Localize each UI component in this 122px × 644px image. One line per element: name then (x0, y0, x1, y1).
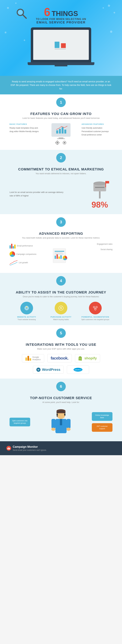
svg-rect-63 (57, 416, 58, 417)
section2-number-area: 2 (0, 150, 122, 162)
section5-number: 5 (56, 328, 66, 338)
svg-line-49 (94, 308, 95, 308)
report-document-icon (51, 248, 71, 264)
svg-rect-23 (55, 142, 56, 143)
segmentation-desc: Split customers into targeted groups (80, 318, 111, 320)
svg-rect-31 (105, 181, 106, 187)
facebook-text: facebook. (51, 356, 68, 361)
section6-title: TOP-NOTCH CUSTOMER SERVICE (10, 396, 112, 400)
hero-laptop (31, 28, 91, 62)
section5-number-area: 5 (0, 325, 122, 338)
advanced-features-items: User-friendly automation Personalized cu… (82, 126, 112, 137)
section6-number: 6 (56, 382, 66, 391)
svg-rect-34 (55, 251, 64, 252)
svg-point-46 (93, 306, 95, 308)
svg-text:S: S (80, 358, 80, 360)
section4-number-area: 4 (0, 273, 122, 286)
hero-subtitle2: EMAIL SERVICE PROVIDER (37, 20, 86, 24)
footer-brand: Campaign Monitor (13, 445, 47, 448)
svg-rect-62 (64, 414, 65, 416)
svg-rect-39 (58, 256, 60, 259)
wordpress-logo: W WordPress (33, 366, 64, 374)
svg-point-1 (15, 2, 17, 4)
cs-feature-2: Online knowledge base (92, 412, 112, 421)
website-activity-item: WEBSITE ACTIVITY Track website browsing (11, 302, 42, 320)
svg-rect-61 (57, 414, 58, 416)
hero-number: 6 (44, 6, 50, 18)
intro-section: Ready to send amazing emails to engaged … (0, 76, 122, 94)
section3-subtitle: You need both holistic and granular data… (10, 237, 112, 239)
svg-rect-37 (55, 256, 56, 259)
salesforce-logo: salesforce (67, 366, 89, 374)
integrations-grid: Google Analytics facebook. S shopify W W… (10, 354, 112, 374)
svg-rect-17 (62, 127, 64, 134)
list-growth-label: List growth (19, 262, 28, 264)
section3-number-area: 3 (0, 214, 122, 227)
purchase-activity-icon: $ (55, 302, 67, 314)
svg-rect-32 (106, 181, 109, 184)
reporting-item-3: List growth (10, 260, 50, 265)
svg-rect-38 (57, 254, 58, 259)
reporting-right: Engagement rates Social sharing (72, 243, 112, 268)
customer-service-person (49, 407, 73, 436)
section4-number: 4 (56, 276, 66, 286)
cs-feature-3: 24/7 customer support (92, 423, 112, 432)
cs-right-features: Online knowledge base 24/7 customer supp… (89, 412, 112, 432)
segmentation-label: POWERFUL SEGMENTATION (80, 316, 111, 318)
section2-title: COMMITMENT TO ETHICAL EMAIL MARKETING (10, 167, 112, 171)
svg-point-66 (51, 428, 55, 431)
ga-bars-icon (25, 356, 31, 361)
section2-number: 2 (56, 153, 66, 162)
facebook-logo: facebook. (47, 354, 72, 362)
svg-rect-22 (57, 144, 58, 145)
campaign-comp-label: Campaign comparisons (16, 253, 36, 255)
commitment-content: Look for an email service provider with … (10, 179, 112, 210)
cm-logo-icon (6, 446, 11, 450)
cs-left-features: Split customers into targeted groups (10, 418, 33, 426)
email-perf-chart (10, 243, 16, 248)
footer-logo: Campaign Monitor Send email your custome… (6, 445, 47, 451)
svg-rect-35 (55, 252, 63, 253)
advanced-features-col: ADVANCED FEATURES User-friendly automati… (82, 123, 112, 137)
basic-features-items: Ready-made templates Drop-and-drag edito… (10, 126, 40, 133)
basic-features-title: BASIC FEATURES (10, 123, 40, 125)
commitment-text: Look for an email service provider with … (10, 190, 66, 198)
campaign-pie-chart (10, 251, 15, 257)
shopify-text: shopify (84, 356, 97, 360)
cm-icon (7, 447, 10, 450)
features-grid: BASIC FEATURES Ready-made templates Drop… (10, 123, 112, 145)
advanced-features-title: ADVANCED FEATURES (82, 123, 112, 125)
svg-line-9 (23, 14, 26, 18)
section2-subtitle: You want emails delivered to inboxes, no… (10, 172, 112, 175)
google-analytics-label: Google (32, 356, 41, 358)
website-activity-desc: Track website browsing (11, 318, 42, 320)
svg-point-26 (64, 142, 65, 144)
basic-features-col: BASIC FEATURES Ready-made templates Drop… (10, 123, 40, 133)
website-activity-icon (20, 302, 33, 314)
section3-title: ADVANCED REPORTING (10, 232, 112, 236)
analytics-label: Analytics (32, 358, 41, 361)
section5-title: INTEGRATIONS WITH TOOLS YOU USE (10, 342, 112, 347)
hero-subtitle1: TO LOOK FOR WHEN SELECTING AN (36, 18, 86, 20)
engagement-rates-item: Engagement rates (72, 243, 112, 245)
svg-rect-15 (56, 130, 58, 134)
purchase-activity-item: $ PURCHASE ACTIVITY Watch buying habits (46, 302, 76, 320)
purchase-activity-desc: Watch buying habits (46, 318, 76, 320)
section1-subtitle: Look for basic features you need today, … (10, 117, 112, 119)
reporting-item-2: Campaign comparisons (10, 251, 50, 257)
segmentation-icon (89, 302, 102, 314)
hero-things: THINGS (52, 10, 78, 17)
section1: FEATURES YOU CAN GROW INTO Look for basi… (0, 107, 122, 150)
salesforce-icon: salesforce (73, 367, 83, 372)
section5: INTEGRATIONS WITH TOOLS YOU USE Make sur… (0, 338, 122, 378)
svg-point-20 (57, 142, 58, 144)
section5-subtitle: Make sure your ESP syncs with other apps… (10, 348, 112, 350)
footer-tagline: Send email your customers can't ignore. (13, 449, 47, 451)
features-center-graphic (43, 123, 79, 145)
svg-rect-30 (95, 187, 104, 188)
svg-text:W: W (38, 369, 39, 371)
website-activity-label: WEBSITE ACTIVITY (11, 316, 42, 318)
purchase-activity-label: PURCHASE ACTIVITY (46, 316, 76, 318)
email-perf-label: Email performance (17, 245, 33, 247)
section6-number-area: 6 (0, 378, 122, 391)
